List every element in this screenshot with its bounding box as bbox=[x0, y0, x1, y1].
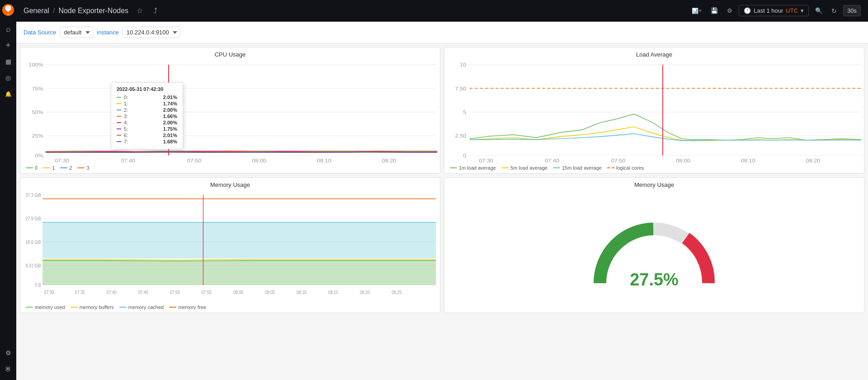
tooltip-row-3: 3: 1.66% bbox=[117, 114, 177, 119]
cpu-tooltip: 2022-05-31 07:42:30 0: 2.01% 1: 1.74% 2: bbox=[111, 82, 183, 149]
svg-text:100%: 100% bbox=[28, 62, 43, 68]
tooltip-row-1: 1: 1.74% bbox=[117, 101, 177, 106]
breadcrumb: General / Node Exporter-Nodes bbox=[24, 7, 128, 15]
memory-usage-gauge-panel: Memory Usage 27.5% bbox=[444, 177, 864, 313]
svg-text:50%: 50% bbox=[32, 109, 43, 115]
instance-label: instance bbox=[97, 29, 118, 36]
svg-text:07:35: 07:35 bbox=[75, 290, 85, 295]
legend-mem-used: memory used bbox=[26, 304, 65, 310]
sidebar: ⌕ + ▦ ◎ 🔔 ⚙ ⛨ bbox=[0, 0, 16, 380]
add-panel-button[interactable]: 📊+ bbox=[689, 6, 704, 16]
gauge-chart: 27.5% bbox=[586, 206, 722, 297]
zoom-out-icon: 🔍 bbox=[815, 7, 822, 14]
svg-text:37.3 GiB: 37.3 GiB bbox=[26, 192, 41, 198]
svg-text:07:50: 07:50 bbox=[170, 290, 180, 295]
legend-mem-free: memory free bbox=[169, 304, 206, 310]
breadcrumb-separator: / bbox=[53, 7, 55, 15]
legend-core-2: 2 bbox=[60, 165, 72, 171]
load-average-chart: 10 7.50 5 2.50 0 07:30 07:40 07:50 08:00 bbox=[444, 60, 864, 163]
tooltip-row-6: 6: 2.01% bbox=[117, 133, 177, 138]
svg-text:07:30: 07:30 bbox=[479, 158, 493, 163]
svg-text:25%: 25% bbox=[32, 133, 43, 139]
svg-text:5: 5 bbox=[463, 109, 467, 115]
tooltip-row-7: 7: 1.68% bbox=[117, 139, 177, 144]
svg-text:07:40: 07:40 bbox=[545, 158, 559, 163]
load-average-panel: Load Average 10 7.50 5 2.50 0 07:30 bbox=[444, 47, 864, 174]
svg-text:07:30: 07:30 bbox=[44, 290, 54, 295]
tooltip-row-4: 4: 2.00% bbox=[117, 120, 177, 125]
tooltip-row-5: 5: 1.75% bbox=[117, 126, 177, 132]
memory-chart-content: 37.3 GiB 27.9 GiB 18.6 GiB 9.31 GiB 0 B … bbox=[20, 190, 440, 303]
sidebar-item-add[interactable]: + bbox=[1, 38, 15, 52]
memory-chart-svg: 37.3 GiB 27.9 GiB 18.6 GiB 9.31 GiB 0 B … bbox=[20, 190, 440, 303]
settings-button[interactable]: ⚙ bbox=[724, 5, 735, 16]
refresh-interval[interactable]: 30s bbox=[843, 5, 861, 16]
zoom-out-button[interactable]: 🔍 bbox=[812, 5, 825, 16]
app-logo[interactable] bbox=[2, 4, 14, 16]
filters-bar: Data Source default instance 10.224.0.4:… bbox=[16, 22, 868, 43]
svg-text:07:40: 07:40 bbox=[107, 290, 117, 295]
svg-text:08:00: 08:00 bbox=[676, 158, 690, 163]
tooltip-row-0: 0: 2.01% bbox=[117, 95, 177, 100]
load-average-title: Load Average bbox=[444, 48, 864, 60]
svg-text:07:50: 07:50 bbox=[611, 158, 626, 163]
settings-icon: ⚙ bbox=[727, 7, 732, 14]
save-button[interactable]: 💾 bbox=[708, 5, 721, 16]
datasource-select[interactable]: default bbox=[60, 27, 93, 38]
svg-text:27.9 GiB: 27.9 GiB bbox=[26, 216, 41, 221]
time-range-label: Last 1 hour bbox=[754, 7, 783, 14]
svg-text:08:10: 08:10 bbox=[317, 158, 331, 163]
time-range-picker[interactable]: 🕐 Last 1 hour UTC ▾ bbox=[739, 5, 809, 16]
svg-text:0%: 0% bbox=[35, 153, 43, 159]
cpu-usage-panel: CPU Usage 100% 75% 50% 25% 0% 07:30 bbox=[20, 47, 440, 174]
svg-text:0: 0 bbox=[463, 153, 467, 159]
refresh-button[interactable]: ↻ bbox=[829, 5, 840, 16]
svg-text:08:20: 08:20 bbox=[806, 158, 821, 163]
svg-text:08:00: 08:00 bbox=[233, 290, 243, 295]
load-chart-svg: 10 7.50 5 2.50 0 07:30 07:40 07:50 08:00 bbox=[444, 60, 864, 163]
refresh-icon: ↻ bbox=[831, 7, 837, 14]
tooltip-row-2: 2: 2.00% bbox=[117, 107, 177, 113]
datasource-label: Data Source bbox=[24, 29, 56, 36]
instance-select[interactable]: 10.224.0.4:9100 bbox=[123, 27, 180, 38]
legend-logical-cores: logical cores bbox=[607, 165, 644, 171]
breadcrumb-page: Node Exporter-Nodes bbox=[58, 7, 128, 15]
legend-core-1: 1 bbox=[43, 165, 55, 171]
svg-text:7.50: 7.50 bbox=[455, 86, 467, 91]
sidebar-item-settings[interactable]: ⚙ bbox=[1, 346, 15, 360]
svg-text:75%: 75% bbox=[32, 86, 43, 91]
legend-core-0: 0 bbox=[26, 165, 38, 171]
svg-marker-58 bbox=[42, 222, 436, 258]
tooltip-title: 2022-05-31 07:42:30 bbox=[117, 86, 177, 92]
legend-mem-buffers: memory buffers bbox=[71, 304, 114, 310]
svg-text:27.5%: 27.5% bbox=[630, 270, 679, 289]
svg-text:08:15: 08:15 bbox=[328, 290, 338, 295]
cpu-usage-title: CPU Usage bbox=[20, 48, 440, 60]
memory-usage-gauge-title: Memory Usage bbox=[634, 178, 674, 190]
svg-text:08:10: 08:10 bbox=[297, 290, 307, 295]
legend-5m: 5m load average bbox=[501, 165, 547, 171]
legend-core-3: 3 bbox=[77, 165, 89, 171]
dashboard-grid: CPU Usage 100% 75% 50% 25% 0% 07:30 bbox=[16, 43, 868, 380]
svg-text:08:00: 08:00 bbox=[252, 158, 266, 163]
sidebar-item-shield[interactable]: ⛨ bbox=[1, 362, 15, 376]
sidebar-item-dashboards[interactable]: ▦ bbox=[1, 54, 15, 69]
sidebar-item-explore[interactable]: ◎ bbox=[1, 71, 15, 85]
star-button[interactable]: ☆ bbox=[134, 5, 146, 17]
svg-marker-59 bbox=[42, 261, 436, 285]
sidebar-item-search[interactable]: ⌕ bbox=[1, 22, 15, 36]
cpu-legend: 0 1 2 3 bbox=[20, 163, 440, 173]
cpu-chart-svg: 100% 75% 50% 25% 0% 07:30 07:40 07:50 08… bbox=[20, 60, 440, 163]
svg-text:0 B: 0 B bbox=[35, 282, 41, 288]
main-content: General / Node Exporter-Nodes ☆ ⤴ 📊+ 💾 ⚙… bbox=[16, 0, 868, 380]
share-button[interactable]: ⤴ bbox=[151, 5, 160, 17]
svg-text:07:40: 07:40 bbox=[121, 158, 135, 163]
memory-usage-chart-panel: Memory Usage 37.3 GiB 27.9 GiB 18.6 GiB … bbox=[20, 177, 440, 313]
svg-text:07:45: 07:45 bbox=[138, 290, 148, 295]
gauge-svg: 27.5% bbox=[586, 206, 722, 297]
svg-text:08:05: 08:05 bbox=[265, 290, 275, 295]
sidebar-item-alerting[interactable]: 🔔 bbox=[1, 87, 15, 101]
svg-text:9.31 GiB: 9.31 GiB bbox=[26, 263, 41, 268]
load-legend: 1m load average 5m load average 15m load… bbox=[444, 163, 864, 173]
cpu-usage-chart: 100% 75% 50% 25% 0% 07:30 07:40 07:50 08… bbox=[20, 60, 440, 163]
